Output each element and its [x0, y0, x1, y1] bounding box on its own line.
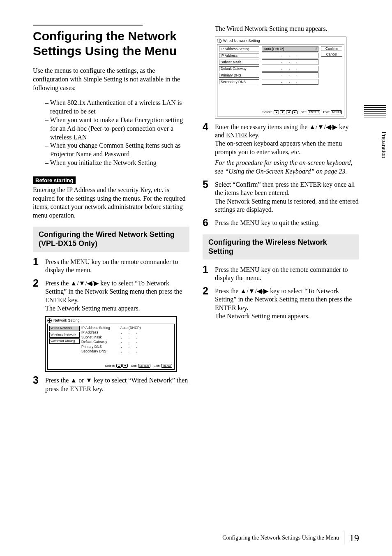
footer-text: Configuring the Network Settings Using t…	[222, 535, 339, 541]
wireless-heading-text: Configuring the Wireless Network Setting	[208, 238, 353, 256]
list-item: – When you change Common Setting items s…	[45, 141, 189, 159]
menu1-field-label: Subnet Mask	[81, 335, 120, 340]
menu1-field-value: Auto (DHCP)	[120, 326, 141, 330]
side-tab-lines-icon	[364, 105, 386, 120]
page-footer: Configuring the Network Settings Using t…	[0, 532, 392, 544]
step-number-2: 2	[33, 278, 45, 288]
menu2-row-value-selected: Auto (DHCP)⇵	[262, 46, 318, 52]
menu-key-icon: MENU	[161, 364, 172, 368]
menu2-confirm-button: Confirm	[321, 46, 342, 51]
wired-step-2-text: Press the ▲/▼/◀/▶ key to select “To Netw…	[45, 280, 182, 303]
wired-menu-appears-text: The Wired Network Setting menu appears.	[215, 25, 359, 33]
page-number: 19	[349, 533, 359, 544]
wireless-step-2-sub: The Network Setting menu appears.	[215, 313, 310, 320]
menu1-title: Network Setting	[53, 318, 80, 322]
step-number-3: 3	[33, 375, 45, 385]
menu1-field-label: IP Address	[81, 330, 120, 335]
menu1-footer: Select: ▲▼ Set: ENTER Exit: MENU	[49, 354, 173, 368]
list-item: – When you initialize the Network Settin…	[45, 159, 189, 167]
menu1-field-value: . . .	[120, 340, 173, 344]
menu1-tab-common: Common Setting	[49, 338, 80, 344]
menu2-footer: Select: ▲▼◄► Set: ENTER Exit: MENU	[219, 86, 342, 114]
wireless-step-number-2: 2	[203, 286, 215, 296]
intro-bullet-list: – When 802.1x Authentication of a wirele…	[33, 99, 189, 167]
menu2-row-label: Subnet Mask	[219, 60, 259, 65]
menu1-tab-wireless: Wireless Network	[49, 332, 80, 337]
arrow-left-icon: ◄	[286, 110, 291, 114]
menu2-row-value: . . .	[262, 66, 318, 72]
step-number-1: 1	[33, 257, 45, 267]
wireless-step-1: Press the MENU key on the remote command…	[215, 264, 359, 283]
menu1-field-value: . . .	[120, 345, 173, 349]
step-4-note: For the procedure for using the on-scree…	[215, 159, 359, 176]
arrow-up-icon: ▲	[116, 364, 122, 368]
menu2-title: Wired Network Setting	[223, 39, 260, 43]
step-4-sub: The on-screen keyboard appears when the …	[215, 140, 342, 155]
menu2-row-value: . . .	[262, 53, 318, 58]
wireless-step-number-1: 1	[203, 264, 215, 275]
intro-paragraph: Use the menus to configure the settings,…	[33, 67, 189, 92]
menu1-field-label: Default Gateway	[81, 340, 120, 344]
footer-divider	[344, 532, 344, 544]
network-setting-menu-diagram: Network Setting Wired Network Wireless N…	[45, 316, 177, 372]
step-5-sub: The Network Setting menu is restored, an…	[215, 198, 359, 213]
menu-key-icon: MENU	[331, 110, 342, 114]
wired-step-2-sub: The Network Setting menu appears.	[45, 305, 140, 312]
globe-icon	[217, 39, 221, 43]
menu1-field-label: Secondary DNS	[81, 349, 120, 354]
step-number-6: 6	[203, 218, 215, 228]
wired-step-1: Press the MENU key on the remote command…	[45, 257, 189, 275]
globe-icon	[47, 318, 52, 323]
menu2-row-value: . . .	[262, 79, 318, 85]
list-item: – When 802.1x Authentication of a wirele…	[45, 99, 189, 116]
arrow-up-icon: ▲	[274, 110, 279, 114]
enter-key-icon: ENTER	[138, 364, 150, 368]
menu1-field-value: . . .	[120, 335, 173, 340]
title-rule	[33, 25, 143, 25]
chapter-side-tab: Preparation	[380, 132, 387, 158]
menu1-field-label: Primary DNS	[81, 345, 120, 349]
step-6-text: Press the MENU key to quit the setting.	[215, 218, 320, 227]
menu2-row-label: IP Address Setting	[219, 46, 259, 51]
wired-section-heading: Configuring the Wired Network Setting (V…	[33, 227, 189, 252]
before-starting-text: Entering the IP Address and the security…	[33, 186, 189, 220]
arrow-down-icon: ▼	[280, 110, 285, 114]
wireless-step-2-text: Press the ▲/▼/◀/▶ key to select “To Netw…	[215, 287, 352, 311]
menu1-field-value: . . .	[120, 330, 173, 335]
step-number-4: 4	[203, 122, 215, 132]
arrow-down-icon: ▼	[122, 364, 128, 368]
menu2-row-label: IP Address	[219, 53, 259, 58]
wired-heading-text: Configuring the Wired Network Setting (V…	[39, 230, 184, 248]
menu2-cancel-button: Cancel	[321, 52, 342, 57]
menu2-row-value: . . .	[262, 72, 318, 78]
wired-network-setting-menu-diagram: Wired Network Setting IP Address Setting…	[215, 37, 346, 118]
menu2-row-value: . . .	[262, 59, 318, 65]
step-number-5: 5	[203, 179, 215, 190]
step-4-text: Enter the necessary items using the ▲/▼/…	[215, 123, 348, 139]
wired-step-3: Press the ▲ or ▼ key to select “Wired Ne…	[45, 375, 189, 393]
menu2-row-label: Default Gateway	[219, 66, 259, 71]
menu2-row-label: Secondary DNS	[219, 79, 259, 84]
menu1-field-label: IP Address Setting	[81, 326, 120, 330]
wireless-section-heading: Configuring the Wireless Network Setting	[203, 234, 359, 259]
enter-key-icon: ENTER	[308, 110, 320, 114]
before-starting-badge: Before starting	[33, 176, 76, 184]
list-item: – When you want to make a Data Encryptio…	[45, 116, 189, 141]
step-5-text: Select “Confirm” then press the ENTER ke…	[215, 181, 355, 196]
menu1-field-value: . . .	[120, 349, 173, 354]
up-down-icon: ⇵	[315, 47, 318, 51]
menu2-row-label: Primary DNS	[219, 73, 259, 78]
arrow-right-icon: ►	[292, 110, 297, 114]
menu1-tab-wired: Wired Network	[49, 326, 80, 331]
page-title: Configuring the Network Settings Using t…	[33, 29, 189, 58]
